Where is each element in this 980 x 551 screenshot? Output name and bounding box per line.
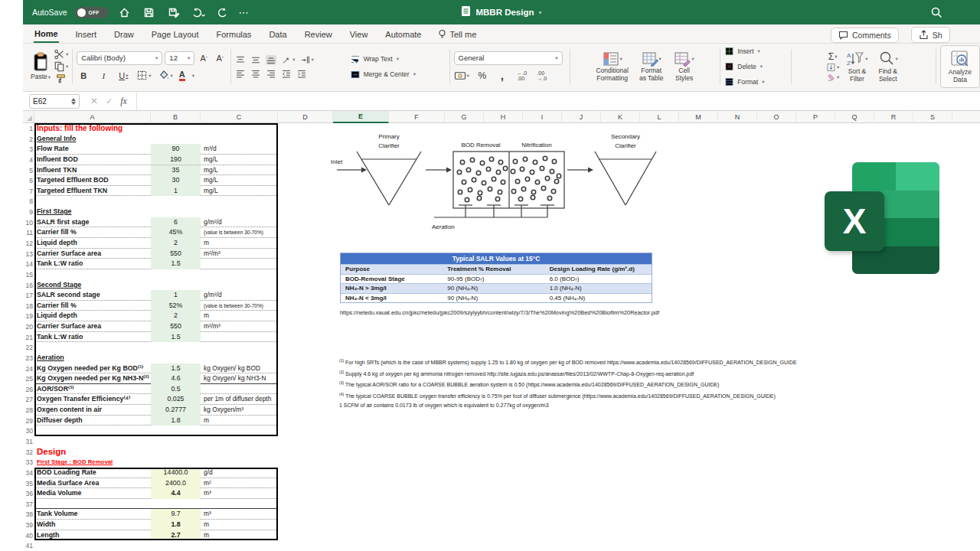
document-title[interactable]: MBBR Design — [475, 8, 534, 17]
row-header-16[interactable]: 16 — [23, 282, 33, 289]
cell-C3[interactable]: m³/d — [204, 144, 278, 155]
cell-C34[interactable]: g/d — [204, 468, 278, 478]
row-header-33[interactable]: 33 — [23, 458, 33, 466]
cell-C19[interactable]: m — [204, 311, 278, 321]
redo-icon[interactable] — [214, 4, 231, 21]
column-header-R[interactable]: R — [874, 111, 913, 123]
fill-color-icon[interactable]: ▾ — [158, 70, 173, 81]
column-header-H[interactable]: H — [484, 111, 523, 123]
comma-style-icon[interactable]: , — [495, 69, 509, 83]
column-header-Q[interactable]: Q — [835, 111, 874, 123]
cell-A27[interactable]: Oxygen Transfer Efficiency⁽⁴⁾ — [37, 394, 150, 405]
tab-review[interactable]: Review — [304, 27, 333, 42]
row-header-7[interactable]: 7 — [23, 187, 33, 195]
cell-C18[interactable]: (value is between 30-70%) — [204, 301, 278, 311]
cell-C17[interactable]: g/m²/d — [204, 290, 278, 301]
increase-indent-icon[interactable] — [296, 69, 307, 79]
cell-B34[interactable]: 14400.0 — [151, 468, 201, 478]
column-header-I[interactable]: I — [523, 111, 562, 123]
row-header-29[interactable]: 29 — [23, 417, 33, 425]
row-header-12[interactable]: 12 — [23, 240, 33, 247]
row-header-26[interactable]: 26 — [23, 386, 33, 393]
cell-A25[interactable]: Kg Oxygen needed per Kg NH3-N⁽²⁾ — [37, 373, 150, 384]
row-header-20[interactable]: 20 — [23, 323, 33, 331]
cell-A2[interactable]: General Info — [37, 134, 150, 145]
select-all-corner[interactable] — [23, 111, 34, 123]
cell-C24[interactable]: kg Oxygen/ kg BOD — [204, 364, 278, 374]
percent-style-icon[interactable]: % — [475, 69, 489, 83]
search-icon[interactable] — [928, 4, 945, 21]
save-icon[interactable] — [141, 4, 158, 21]
row-header-18[interactable]: 18 — [23, 302, 33, 310]
column-header-L[interactable]: L — [640, 111, 679, 123]
cell-A34[interactable]: BOD Loading Rate — [37, 468, 150, 478]
cell-A4[interactable]: Influent BOD — [37, 155, 150, 165]
cell-B39[interactable]: 1.8 — [151, 520, 201, 530]
column-header-E[interactable]: E — [333, 111, 389, 123]
excel-logo-image[interactable]: X — [825, 162, 951, 274]
cell-styles-button[interactable]: ▾ CellStyles — [671, 51, 697, 83]
clear-icon[interactable]: ▾ — [826, 73, 839, 82]
analyze-data-button[interactable]: AnalyzeData — [946, 50, 975, 84]
cell-C27[interactable]: per 1m of diffuser depth — [204, 394, 278, 405]
conditional-formatting-button[interactable]: ▾ ConditionalFormatting — [593, 51, 632, 83]
accounting-format-icon[interactable]: ▾ — [454, 70, 469, 81]
orientation-icon[interactable]: ▾ — [281, 55, 295, 65]
decrease-font-icon[interactable]: Aˇ — [213, 51, 227, 65]
tell-me-tab[interactable]: Tell me — [438, 29, 476, 39]
row-header-32[interactable]: 32 — [23, 448, 33, 456]
cell-A23[interactable]: Aeration — [37, 353, 150, 364]
enter-icon[interactable]: ✓ — [106, 96, 113, 106]
find-select-button[interactable]: ▾ Find &Select — [875, 51, 901, 83]
cell-B3[interactable]: 90 — [151, 144, 201, 155]
cell-C39[interactable]: m — [204, 520, 278, 530]
column-header-M[interactable]: M — [679, 111, 718, 123]
tab-data[interactable]: Data — [268, 27, 287, 42]
cell-A26[interactable]: AOR/SOR⁽³⁾ — [37, 384, 150, 395]
column-header-P[interactable]: P — [796, 111, 835, 123]
cell-A19[interactable]: Liquid depth — [37, 311, 150, 321]
align-top-icon[interactable] — [235, 55, 246, 65]
column-header-G[interactable]: G — [445, 111, 484, 123]
cell-B7[interactable]: 1 — [151, 186, 201, 197]
format-painter-icon[interactable] — [54, 73, 68, 84]
cell-A32[interactable]: Design — [37, 447, 150, 458]
cell-A35[interactable]: Media Surface Area — [37, 478, 150, 489]
column-header-B[interactable]: B — [151, 111, 201, 123]
row-header-34[interactable]: 34 — [23, 469, 33, 477]
cell-B20[interactable]: 550 — [151, 321, 201, 332]
cell-C38[interactable]: m³ — [204, 509, 278, 520]
align-center-icon[interactable] — [250, 69, 261, 79]
format-as-table-button[interactable]: ▾ Formatas Table — [636, 51, 667, 83]
row-header-31[interactable]: 31 — [23, 438, 33, 445]
cell-A40[interactable]: Length — [37, 530, 150, 541]
cell-B29[interactable]: 1.8 — [151, 416, 201, 426]
row-header-21[interactable]: 21 — [23, 334, 33, 341]
cell-A17[interactable]: SALR second stage — [37, 290, 150, 301]
cancel-icon[interactable]: ✕ — [90, 96, 98, 106]
merge-center-button[interactable]: Merge & Center▾ — [350, 69, 446, 80]
cell-B35[interactable]: 2400.0 — [151, 478, 201, 489]
cell-B18[interactable]: 52% — [151, 301, 201, 311]
increase-decimal-icon[interactable]: ←.0.00 — [515, 69, 529, 83]
cell-C29[interactable]: m — [204, 416, 278, 426]
tab-home[interactable]: Home — [34, 26, 59, 43]
paste-button[interactable]: Paste▾ — [31, 52, 51, 81]
column-header-J[interactable]: J — [562, 111, 601, 123]
undo-icon[interactable] — [190, 4, 207, 21]
cell-C28[interactable]: kg Oxygen/m³ — [204, 405, 278, 416]
cell-C5[interactable]: mg/L — [204, 165, 278, 176]
cell-B4[interactable]: 190 — [151, 155, 201, 165]
cell-B24[interactable]: 1.5 — [151, 364, 201, 374]
cell-C25[interactable]: kg Oxygen/ kg NH3-N — [204, 373, 278, 384]
row-header-6[interactable]: 6 — [23, 177, 33, 184]
cell-A10[interactable]: SALR first stage — [37, 217, 150, 228]
row-header-17[interactable]: 17 — [23, 292, 33, 299]
cell-A36[interactable]: Media Volume — [37, 488, 150, 499]
row-header-35[interactable]: 35 — [23, 480, 33, 487]
row-header-19[interactable]: 19 — [23, 312, 33, 320]
delete-cells-button[interactable]: Delete▾ — [724, 61, 787, 73]
process-flow-diagram[interactable]: Inlet Primary Clarifier BOD Removal Nitr… — [329, 129, 678, 234]
row-header-15[interactable]: 15 — [23, 271, 33, 279]
cell-C36[interactable]: m³ — [204, 488, 278, 499]
